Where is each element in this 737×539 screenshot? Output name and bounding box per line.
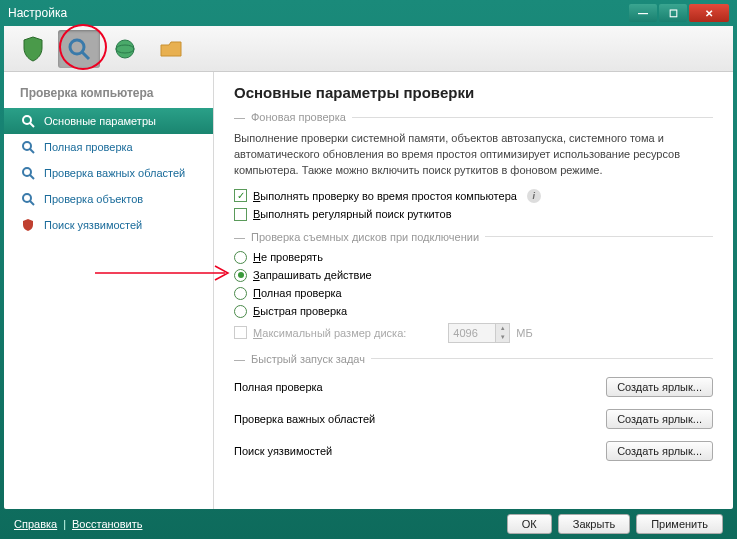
group-bg: — Фоновая проверка [234,111,713,123]
globe-icon [114,38,136,60]
row-radio-full: Полная проверка [234,287,713,300]
magnify-icon [67,37,91,61]
spinner-arrows: ▲▼ [495,324,509,342]
svg-point-2 [116,40,134,58]
ok-button[interactable]: ОК [507,514,552,534]
svg-point-8 [23,168,31,176]
radio-label[interactable]: Быстрая проверка [253,305,347,317]
quick-label: Поиск уязвимостей [234,445,332,457]
magnify-icon [20,113,36,129]
group-title: Проверка съемных дисков при подключении [251,231,479,243]
checkbox-rootkit[interactable] [234,208,247,221]
row-radio-none: Не проверять [234,251,713,264]
checkbox-label[interactable]: Выполнять проверку во время простоя комп… [253,190,517,202]
separator: | [63,518,66,530]
svg-line-11 [30,201,34,205]
maximize-button[interactable]: ☐ [659,4,687,22]
close-button[interactable]: ✕ [689,4,729,22]
folder-icon [159,39,183,59]
shield-icon [22,36,44,62]
tab-scan[interactable] [58,30,100,68]
radio-none[interactable] [234,251,247,264]
row-radio-ask: Запрашивать действие [234,269,713,282]
apply-button[interactable]: Применить [636,514,723,534]
quick-label: Полная проверка [234,381,323,393]
settings-window: Настройка — ☐ ✕ Проверка компьютера [0,0,737,539]
quick-label: Проверка важных областей [234,413,375,425]
sidebar-item-objects[interactable]: Проверка объектов [4,186,213,212]
maxsize-spinner: 4096 ▲▼ [448,323,510,343]
tab-protection[interactable] [12,30,54,68]
sidebar-item-label: Основные параметры [44,115,156,127]
spinner-value: 4096 [453,327,477,339]
chevron-down-icon: ▼ [495,333,509,342]
quickrow-full: Полная проверка Создать ярлык... [234,377,713,397]
content-area: Проверка компьютера Основные параметры П… [4,26,733,509]
magnify-icon [20,165,36,181]
group-desc: Выполнение проверки системной памяти, об… [234,131,713,179]
minimize-button[interactable]: — [629,4,657,22]
radio-quick[interactable] [234,305,247,318]
sidebar-item-label: Проверка важных областей [44,167,185,179]
svg-point-0 [70,40,84,54]
footer-buttons: ОК Закрыть Применить [507,514,723,534]
unit-label: МБ [516,327,532,339]
svg-point-10 [23,194,31,202]
sidebar-item-critical[interactable]: Проверка важных областей [4,160,213,186]
checkbox-label: Максимальный размер диска: [253,327,406,339]
sidebar-title: Проверка компьютера [4,82,213,108]
tab-update[interactable] [104,30,146,68]
window-title: Настройка [8,6,629,20]
chevron-up-icon: ▲ [495,324,509,333]
radio-label[interactable]: Запрашивать действие [253,269,372,281]
svg-line-5 [30,123,34,127]
page-title: Основные параметры проверки [234,84,713,101]
create-shortcut-button[interactable]: Создать ярлык... [606,409,713,429]
row-cb-idle: Выполнять проверку во время простоя комп… [234,189,713,203]
checkbox-idle[interactable] [234,189,247,202]
checkbox-maxsize [234,326,247,339]
svg-line-9 [30,175,34,179]
create-shortcut-button[interactable]: Создать ярлык... [606,441,713,461]
svg-point-4 [23,116,31,124]
body: Проверка компьютера Основные параметры П… [4,72,733,509]
dash-icon: — [234,353,245,365]
magnify-icon [20,191,36,207]
sidebar-item-label: Поиск уязвимостей [44,219,142,231]
sidebar-item-fullscan[interactable]: Полная проверка [4,134,213,160]
shield-icon [20,217,36,233]
tab-tools[interactable] [150,30,192,68]
titlebar[interactable]: Настройка — ☐ ✕ [0,0,737,26]
quickrow-vuln: Поиск уязвимостей Создать ярлык... [234,441,713,461]
help-link[interactable]: Справка [14,518,57,530]
svg-point-6 [23,142,31,150]
sidebar-item-general[interactable]: Основные параметры [4,108,213,134]
row-cb-rootkit: Выполнять регулярный поиск руткитов [234,208,713,221]
restore-link[interactable]: Восстановить [72,518,142,530]
top-tabbar [4,26,733,72]
close-button[interactable]: Закрыть [558,514,630,534]
radio-ask[interactable] [234,269,247,282]
radio-full[interactable] [234,287,247,300]
dash-icon: — [234,231,245,243]
group-quick: — Быстрый запуск задач [234,353,713,365]
window-buttons: — ☐ ✕ [629,4,729,22]
group-title: Быстрый запуск задач [251,353,365,365]
row-radio-quick: Быстрая проверка [234,305,713,318]
main-panel: Основные параметры проверки — Фоновая пр… [214,72,733,509]
sidebar-item-vuln[interactable]: Поиск уязвимостей [4,212,213,238]
checkbox-label[interactable]: Выполнять регулярный поиск руткитов [253,208,452,220]
group-title: Фоновая проверка [251,111,346,123]
quickrow-critical: Проверка важных областей Создать ярлык..… [234,409,713,429]
svg-line-7 [30,149,34,153]
radio-label[interactable]: Полная проверка [253,287,342,299]
divider [485,236,713,237]
divider [352,117,713,118]
info-icon[interactable]: i [527,189,541,203]
radio-label[interactable]: Не проверять [253,251,323,263]
row-maxsize: Максимальный размер диска: 4096 ▲▼ МБ [234,323,713,343]
dash-icon: — [234,111,245,123]
sidebar-item-label: Проверка объектов [44,193,143,205]
create-shortcut-button[interactable]: Создать ярлык... [606,377,713,397]
divider [371,358,713,359]
